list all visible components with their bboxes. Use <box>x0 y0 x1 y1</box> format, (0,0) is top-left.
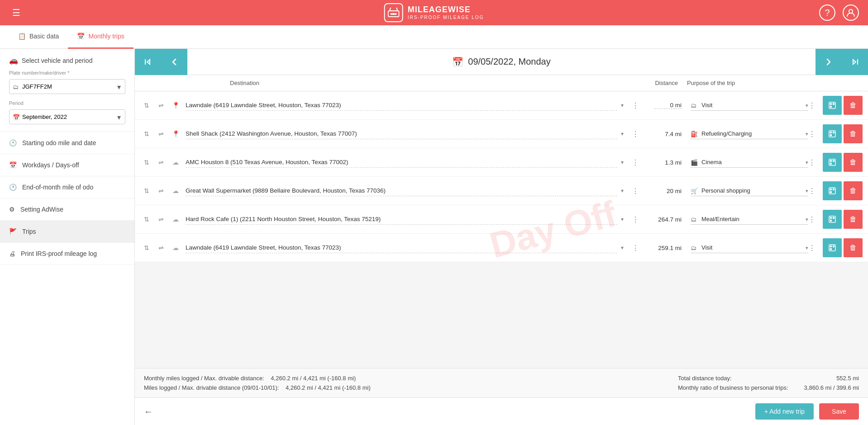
purpose-more-1[interactable]: ⋮ <box>808 101 819 110</box>
purpose-select-1[interactable]: Visit <box>691 100 808 111</box>
swap-updown-btn-5[interactable]: ⇅ <box>140 213 153 226</box>
edit-btn-6[interactable] <box>823 238 842 257</box>
add-trip-button[interactable]: + Add new trip <box>755 403 814 420</box>
sidebar-item-end-of-month[interactable]: 🕐 End-of-month mile of odo <box>0 176 134 198</box>
user-button[interactable] <box>843 5 859 21</box>
destination-dropdown-5[interactable]: ▾ <box>621 216 630 222</box>
destination-input-4[interactable] <box>186 185 617 196</box>
sidebar-item-workdays[interactable]: 📅 Workdays / Days-off <box>0 154 134 176</box>
save-button[interactable]: Save <box>819 403 859 420</box>
dest-menu-icon-6[interactable]: ⋮ <box>630 244 641 252</box>
swap-updown-btn-6[interactable]: ⇅ <box>140 241 153 254</box>
destination-dropdown-3[interactable]: ▾ <box>621 159 630 165</box>
swap-updown-btn-3[interactable]: ⇅ <box>140 156 153 169</box>
help-button[interactable]: ? <box>819 5 835 21</box>
swap-updown-btn-2[interactable]: ⇅ <box>140 128 153 140</box>
period-select[interactable]: September, 2022 <box>9 109 125 124</box>
location-btn-5[interactable]: ☁ <box>169 213 182 226</box>
swap-btn-1[interactable]: ⇌ <box>155 99 167 112</box>
purpose-icon-3: 🎬 <box>691 159 698 166</box>
purpose-select-5[interactable]: Meal/Entertain <box>691 214 808 225</box>
location-btn-1[interactable]: 📍 <box>169 99 182 112</box>
dest-menu-icon-4[interactable]: ⋮ <box>630 187 641 195</box>
location-btn-4[interactable]: ☁ <box>169 184 182 197</box>
footer-left-col: Monthly miles logged / Max. drivable dis… <box>144 375 371 391</box>
tab-monthly-trips[interactable]: 📅 Monthly trips <box>68 25 133 49</box>
trip-row: ⇅ ⇌ ☁ ▾ ⋮ 259.1 mi 🗂 <box>135 234 868 262</box>
purpose-more-2[interactable]: ⋮ <box>808 130 819 138</box>
last-page-button[interactable] <box>842 49 868 75</box>
action-btns-1: 🗑 <box>823 96 863 115</box>
location-btn-2[interactable]: 📍 <box>169 128 182 140</box>
destination-input-1[interactable] <box>186 100 617 111</box>
delete-btn-4[interactable]: 🗑 <box>844 181 863 200</box>
end-of-month-icon: 🕐 <box>9 184 17 191</box>
edit-btn-2[interactable] <box>823 124 842 143</box>
plate-select[interactable]: JGF7FF2M <box>9 79 125 94</box>
tab-monthly-trips-icon: 📅 <box>77 33 85 40</box>
purpose-select-6[interactable]: Visit <box>691 242 808 253</box>
destination-input-2[interactable] <box>186 128 617 139</box>
edit-btn-3[interactable] <box>823 153 842 172</box>
delete-btn-2[interactable]: 🗑 <box>844 124 863 143</box>
edit-btn-1[interactable] <box>823 96 842 115</box>
delete-btn-5[interactable]: 🗑 <box>844 210 863 229</box>
dest-menu-icon-3[interactable]: ⋮ <box>630 158 641 167</box>
next-button[interactable] <box>816 49 842 75</box>
purpose-icon-6: 🗂 <box>691 245 696 251</box>
location-btn-6[interactable]: ☁ <box>169 241 182 254</box>
svg-rect-28 <box>830 246 832 247</box>
destination-input-5[interactable] <box>186 214 617 225</box>
svg-rect-26 <box>830 220 832 222</box>
tab-basic-data[interactable]: 📋 Basic data <box>9 25 68 49</box>
destination-dropdown-2[interactable]: ▾ <box>621 131 630 137</box>
purpose-select-4[interactable]: Personal shopping <box>691 185 808 196</box>
svg-rect-12 <box>830 132 832 133</box>
purpose-icon-1: 🗂 <box>691 102 696 109</box>
purpose-select-wrap-3: 🎬 Cinema ▾ <box>691 157 808 168</box>
delete-btn-3[interactable]: 🗑 <box>844 153 863 172</box>
dest-menu-icon-1[interactable]: ⋮ <box>630 101 641 110</box>
menu-icon[interactable]: ☰ <box>9 5 24 20</box>
action-btns-3: 🗑 <box>823 153 863 172</box>
dest-menu-icon-2[interactable]: ⋮ <box>630 130 641 138</box>
destination-dropdown-1[interactable]: ▾ <box>621 102 630 109</box>
sidebar-item-setting-adwise[interactable]: ⚙ Setting AdWise <box>0 198 134 221</box>
back-button[interactable]: ← <box>144 406 153 417</box>
svg-rect-18 <box>830 163 832 165</box>
footer-summary: Monthly miles logged / Max. drivable dis… <box>135 368 868 397</box>
first-page-button[interactable] <box>135 49 161 75</box>
prev-button[interactable] <box>161 49 187 75</box>
sidebar-item-print[interactable]: 🖨 Print IRS-proof mileage log <box>0 243 134 265</box>
destination-dropdown-4[interactable]: ▾ <box>621 188 630 194</box>
edit-btn-4[interactable] <box>823 181 842 200</box>
sidebar-item-trips[interactable]: 🚩 Trips <box>0 221 134 243</box>
dest-menu-icon-5[interactable]: ⋮ <box>630 215 641 224</box>
purpose-select-3[interactable]: Cinema <box>691 157 808 168</box>
swap-updown-btn-4[interactable]: ⇅ <box>140 184 153 197</box>
delete-btn-6[interactable]: 🗑 <box>844 238 863 257</box>
destination-dropdown-6[interactable]: ▾ <box>621 245 630 251</box>
destination-input-6[interactable] <box>186 242 617 253</box>
monthly-miles-label: Monthly miles logged / Max. drivable dis… <box>144 375 264 382</box>
swap-btn-2[interactable]: ⇌ <box>155 128 167 140</box>
purpose-more-3[interactable]: ⋮ <box>808 158 819 167</box>
delete-btn-1[interactable]: 🗑 <box>844 96 863 115</box>
edit-btn-5[interactable] <box>823 210 842 229</box>
swap-btn-4[interactable]: ⇌ <box>155 184 167 197</box>
trip-row: ⇅ ⇌ ☁ ▾ ⋮ 264.7 mi 🗂 <box>135 205 868 234</box>
swap-updown-btn-1[interactable]: ⇅ <box>140 99 153 112</box>
sidebar-item-starting-odo[interactable]: 🕐 Starting odo mile and date <box>0 132 134 154</box>
current-date: 09/05/2022, Monday <box>468 57 550 67</box>
miles-logged-value: 4,260.2 mi / 4,421 mi (-160.8 mi) <box>286 384 371 391</box>
swap-btn-5[interactable]: ⇌ <box>155 213 167 226</box>
distance-value-4: 20 mi <box>667 188 682 194</box>
location-btn-3[interactable]: ☁ <box>169 156 182 169</box>
purpose-more-5[interactable]: ⋮ <box>808 215 819 224</box>
swap-btn-3[interactable]: ⇌ <box>155 156 167 169</box>
swap-btn-6[interactable]: ⇌ <box>155 241 167 254</box>
purpose-more-6[interactable]: ⋮ <box>808 244 819 252</box>
purpose-select-2[interactable]: Refueling/Charging <box>691 128 808 139</box>
destination-input-3[interactable] <box>186 157 617 168</box>
purpose-more-4[interactable]: ⋮ <box>808 187 819 195</box>
